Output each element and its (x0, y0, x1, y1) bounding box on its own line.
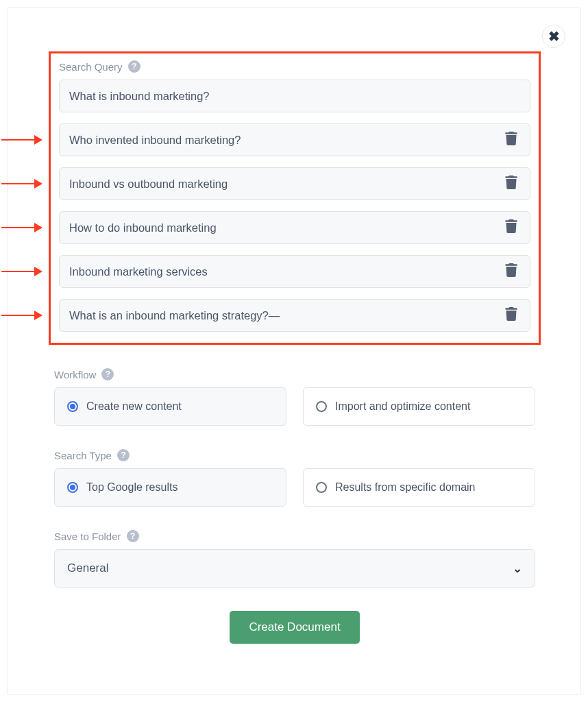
help-icon[interactable]: ? (127, 530, 139, 542)
search-query-label-text: Search Query (59, 61, 123, 73)
search-query-text: How to do inbound marketing (69, 221, 502, 234)
trash-icon[interactable] (502, 304, 520, 326)
chevron-down-icon: ⌄ (513, 561, 522, 576)
modal-panel: ✖ Search Query ? What is inbound marketi… (7, 7, 581, 695)
search-type-label: Search Type ? (54, 449, 535, 461)
workflow-section: Workflow ? Create new contentImport and … (54, 368, 535, 426)
help-icon[interactable]: ? (117, 449, 130, 461)
folder-select[interactable]: General ⌄ (54, 549, 535, 588)
close-icon: ✖ (548, 28, 560, 45)
save-to-folder-label-text: Save to Folder (54, 531, 121, 542)
trash-icon[interactable] (502, 261, 520, 282)
search-query-highlight-box: Search Query ? What is inbound marketing… (49, 51, 541, 345)
trash-icon[interactable] (502, 173, 520, 195)
workflow-label: Workflow ? (54, 368, 535, 380)
radio-icon (316, 401, 327, 412)
search-query-input[interactable]: What is an inbound marketing strategy?— (59, 299, 530, 332)
search-query-input[interactable]: What is inbound marketing? (59, 80, 530, 112)
workflow-option[interactable]: Create new content (54, 387, 286, 426)
workflow-option-label: Import and optimize content (335, 400, 470, 413)
workflow-option[interactable]: Import and optimize content (303, 387, 535, 426)
search-query-input[interactable]: Inbound vs outbound marketing (59, 167, 530, 200)
search-type-option[interactable]: Top Google results (54, 468, 286, 507)
search-query-text: Who invented inbound marketing? (69, 134, 502, 147)
modal-content: Search Query ? What is inbound marketing… (54, 56, 535, 644)
search-query-text: Inbound vs outbound marketing (69, 178, 502, 191)
create-document-button[interactable]: Create Document (230, 611, 359, 644)
search-type-option-label: Top Google results (86, 481, 177, 494)
save-to-folder-label: Save to Folder ? (54, 530, 535, 542)
help-icon[interactable]: ? (128, 60, 140, 73)
search-type-option[interactable]: Results from specific domain (303, 468, 535, 507)
radio-icon (67, 401, 78, 412)
save-to-folder-section: Save to Folder ? General ⌄ (54, 530, 535, 588)
search-query-input[interactable]: How to do inbound marketing (59, 211, 530, 244)
close-button[interactable]: ✖ (542, 25, 565, 48)
workflow-label-text: Workflow (54, 369, 96, 380)
radio-icon (316, 482, 327, 493)
workflow-option-label: Create new content (86, 400, 182, 413)
search-type-option-label: Results from specific domain (335, 481, 476, 494)
trash-icon[interactable] (502, 217, 520, 239)
search-query-text: Inbound marketing services (69, 265, 502, 278)
search-type-section: Search Type ? Top Google resultsResults … (54, 449, 535, 507)
radio-icon (67, 482, 78, 493)
help-icon[interactable]: ? (101, 368, 114, 380)
trash-icon[interactable] (502, 129, 520, 151)
search-query-label: Search Query ? (59, 60, 530, 73)
folder-selected-value: General (67, 561, 108, 575)
search-query-input[interactable]: Inbound marketing services (59, 255, 530, 288)
search-query-text: What is inbound marketing? (69, 90, 520, 103)
search-query-text: What is an inbound marketing strategy?— (69, 309, 502, 322)
search-type-label-text: Search Type (54, 450, 112, 461)
search-query-input[interactable]: Who invented inbound marketing? (59, 123, 530, 156)
